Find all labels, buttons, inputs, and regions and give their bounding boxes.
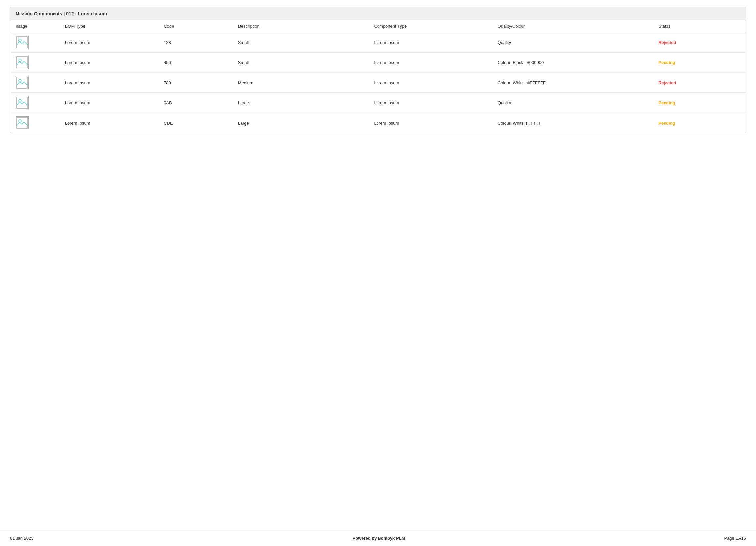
cell-description: Large — [233, 93, 369, 113]
cell-image — [10, 53, 60, 73]
cell-quality-colour: Colour: White: FFFFFF — [492, 113, 653, 133]
image-placeholder — [16, 116, 29, 129]
col-header-bom: BOM Type — [60, 20, 159, 32]
cell-bom-type: Lorem Ipsum — [60, 93, 159, 113]
status-badge: Pending — [658, 60, 675, 65]
cell-status: Pending — [653, 93, 746, 113]
svg-point-7 — [19, 99, 21, 102]
svg-rect-4 — [17, 77, 28, 88]
cell-component-type: Lorem Ipsum — [369, 113, 492, 133]
cell-quality-colour: Quality — [492, 32, 653, 53]
cell-status: Pending — [653, 113, 746, 133]
cell-status: Rejected — [653, 73, 746, 93]
cell-code: 123 — [159, 32, 233, 53]
cell-image — [10, 73, 60, 93]
svg-point-9 — [19, 120, 21, 122]
image-placeholder — [16, 36, 29, 49]
svg-rect-8 — [17, 117, 28, 128]
status-badge: Rejected — [658, 40, 676, 45]
components-table: Image BOM Type Code Description Componen… — [10, 20, 746, 133]
cell-description: Medium — [233, 73, 369, 93]
cell-status: Pending — [653, 53, 746, 73]
image-icon — [16, 77, 28, 89]
cell-description: Small — [233, 32, 369, 53]
svg-rect-6 — [17, 97, 28, 108]
col-header-quality-colour: Quality/Colour — [492, 20, 653, 32]
cell-quality-colour: Colour: Black - #000000 — [492, 53, 653, 73]
cell-component-type: Lorem Ipsum — [369, 93, 492, 113]
cell-component-type: Lorem Ipsum — [369, 32, 492, 53]
table-body: Lorem Ipsum123SmallLorem IpsumQualityRej… — [10, 32, 746, 133]
table-row: Lorem Ipsum456SmallLorem IpsumColour: Bl… — [10, 53, 746, 73]
cell-image — [10, 113, 60, 133]
col-header-status: Status — [653, 20, 746, 32]
cell-code: CDE — [159, 113, 233, 133]
cell-bom-type: Lorem Ipsum — [60, 32, 159, 53]
table-row: Lorem Ipsum0ABLargeLorem IpsumQualityPen… — [10, 93, 746, 113]
status-badge: Rejected — [658, 80, 676, 85]
image-placeholder — [16, 56, 29, 69]
cell-image — [10, 32, 60, 53]
cell-code: 0AB — [159, 93, 233, 113]
col-header-code: Code — [159, 20, 233, 32]
cell-component-type: Lorem Ipsum — [369, 73, 492, 93]
table-header-row: Image BOM Type Code Description Componen… — [10, 20, 746, 32]
image-icon — [16, 56, 28, 68]
svg-point-3 — [19, 59, 21, 62]
footer-date: 01 Jan 2023 — [10, 536, 34, 541]
svg-rect-0 — [17, 37, 28, 48]
col-header-image: Image — [10, 20, 60, 32]
cell-quality-colour: Quality — [492, 93, 653, 113]
image-icon — [16, 97, 28, 109]
status-badge: Pending — [658, 121, 675, 126]
cell-image — [10, 93, 60, 113]
cell-bom-type: Lorem Ipsum — [60, 53, 159, 73]
cell-quality-colour: Colour: White - #FFFFFF — [492, 73, 653, 93]
cell-bom-type: Lorem Ipsum — [60, 113, 159, 133]
status-badge: Pending — [658, 100, 675, 105]
svg-point-1 — [19, 39, 21, 42]
image-placeholder — [16, 96, 29, 109]
table-title: Missing Components | 012 - Lorem Ipsum — [10, 7, 746, 20]
cell-code: 789 — [159, 73, 233, 93]
page-content: Missing Components | 012 - Lorem Ipsum I… — [0, 0, 756, 530]
col-header-description: Description — [233, 20, 369, 32]
svg-rect-2 — [17, 57, 28, 68]
footer-page-info: Page 15/15 — [724, 536, 746, 541]
cell-description: Small — [233, 53, 369, 73]
svg-point-5 — [19, 79, 21, 82]
image-icon — [16, 117, 28, 129]
image-icon — [16, 36, 28, 48]
footer: 01 Jan 2023 Powered by Bombyx PLM Page 1… — [0, 530, 756, 546]
cell-component-type: Lorem Ipsum — [369, 53, 492, 73]
cell-bom-type: Lorem Ipsum — [60, 73, 159, 93]
image-placeholder — [16, 76, 29, 89]
table-row: Lorem IpsumCDELargeLorem IpsumColour: Wh… — [10, 113, 746, 133]
cell-code: 456 — [159, 53, 233, 73]
cell-description: Large — [233, 113, 369, 133]
col-header-component-type: Component Type — [369, 20, 492, 32]
table-row: Lorem Ipsum789MediumLorem IpsumColour: W… — [10, 73, 746, 93]
table-row: Lorem Ipsum123SmallLorem IpsumQualityRej… — [10, 32, 746, 53]
table-container: Missing Components | 012 - Lorem Ipsum I… — [10, 7, 746, 133]
cell-status: Rejected — [653, 32, 746, 53]
footer-powered-by: Powered by Bombyx PLM — [353, 536, 405, 541]
